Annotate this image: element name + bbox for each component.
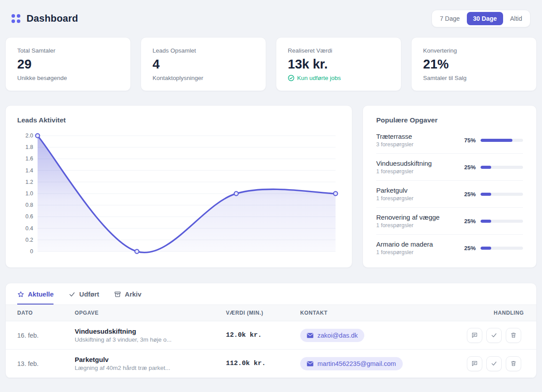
task-requests: 1 forespørgsler <box>376 249 433 255</box>
stat-card-leads-opsamlet: Leads Opsamlet 4 Kontaktoplysninger <box>141 37 266 91</box>
contact-email: zakoi@das.dk <box>317 332 358 339</box>
row-task-desc: Lægning af 40m2 hårdt træ parket... <box>75 365 222 371</box>
trash-icon <box>510 360 517 367</box>
comment-icon <box>471 360 478 367</box>
stat-card-realiseret-vaerdi: Realiseret Værdi 13k kr. Kun udførte job… <box>276 37 401 91</box>
popular-tasks-list: Træterrasse 3 forespørgsler 75% Vinduesu… <box>376 127 523 261</box>
list-item: Parketgulv 1 forespørgsler 25% <box>376 181 523 208</box>
row-actions <box>462 356 533 371</box>
complete-button[interactable] <box>486 328 502 343</box>
stat-value: 21% <box>423 57 525 72</box>
stat-label: Konvertering <box>423 47 525 54</box>
svg-text:1.4: 1.4 <box>26 167 33 174</box>
time-filter-30-dage[interactable]: 30 Dage <box>467 12 503 25</box>
row-actions <box>462 328 533 343</box>
row-task-desc: Udskiftning af 3 vinduer, 3m høje o... <box>75 336 222 343</box>
svg-text:1.8: 1.8 <box>26 144 33 150</box>
topbar: Dashboard 7 Dage 30 Dage Altid <box>5 5 537 37</box>
chart-wrap: 2.01.81.61.41.21.00.80.60.40.20 <box>17 129 340 263</box>
time-range-switcher: 7 Dage 30 Dage Altid <box>431 10 531 27</box>
table-row: 16. feb. Vinduesudskiftning Udskiftning … <box>6 321 536 350</box>
contact-email-pill[interactable]: zakoi@das.dk <box>300 329 364 342</box>
tab-label: Aktuelle <box>28 290 53 298</box>
column-header-dato: DATO <box>6 305 75 321</box>
time-filter-altid[interactable]: Altid <box>504 12 528 25</box>
stat-sub: Kontaktoplysninger <box>153 75 254 81</box>
task-percent: 25% <box>464 191 476 198</box>
tab-aktuelle[interactable]: Aktuelle <box>17 290 53 304</box>
contact-email: martin4562235@gmail.com <box>317 360 396 367</box>
svg-text:0.8: 0.8 <box>26 202 33 208</box>
check-circle-icon <box>288 75 294 81</box>
app-logo-icon <box>11 14 20 23</box>
stat-card-total-samtaler: Total Samtaler 29 Unikke besøgende <box>5 37 131 91</box>
contact-email-pill[interactable]: martin4562235@gmail.com <box>300 357 403 370</box>
dashboard-page: Dashboard 7 Dage 30 Dage Altid Total Sam… <box>0 0 542 384</box>
envelope-icon <box>307 333 313 338</box>
task-percent: 25% <box>464 245 476 251</box>
comment-button[interactable] <box>467 356 482 371</box>
column-header-handling: HANDLING <box>462 305 536 321</box>
chart-title: Leads Aktivitet <box>17 116 340 124</box>
list-item: Renovering af vægge 1 forespørgsler 25% <box>376 208 523 235</box>
tab-arkiv[interactable]: Arkiv <box>114 290 141 304</box>
delete-button[interactable] <box>506 328 521 343</box>
stat-value: 13k kr. <box>288 57 389 72</box>
table-header-row: DATO OPGAVE VÆRDI (MIN.) KONTAKT HANDLIN… <box>6 305 536 321</box>
svg-text:1.0: 1.0 <box>26 190 33 197</box>
stat-label: Leads Opsamlet <box>153 47 254 54</box>
comment-icon <box>471 332 478 339</box>
svg-text:1.2: 1.2 <box>26 179 33 185</box>
task-name: Træterrasse <box>376 133 413 140</box>
list-item: Armario de madera 1 forespørgsler 25% <box>376 235 523 261</box>
tab-udfort[interactable]: Udført <box>69 290 99 304</box>
list-item: Træterrasse 3 forespørgsler 75% <box>376 127 523 154</box>
stat-card-konvertering: Konvertering 21% Samtaler til Salg <box>411 37 537 91</box>
column-header-kontakt: KONTAKT <box>300 305 462 321</box>
leads-activity-chart: 2.01.81.61.41.21.00.80.60.40.20 <box>17 129 341 261</box>
progress-bar <box>481 193 523 196</box>
stats-row: Total Samtaler 29 Unikke besøgende Leads… <box>5 37 537 105</box>
tasks-tab-bar: Aktuelle Udført Arkiv <box>6 283 536 305</box>
row-date: 16. feb. <box>6 321 75 350</box>
progress-bar <box>481 139 523 142</box>
progress-bar <box>481 220 523 223</box>
stat-label: Realiseret Værdi <box>288 47 389 54</box>
envelope-icon <box>307 361 313 366</box>
tab-label: Udført <box>79 290 99 298</box>
time-filter-7-dage[interactable]: 7 Dage <box>434 12 466 25</box>
row-value: 12.0k kr. <box>226 321 300 350</box>
row-task-name: Vinduesudskiftning <box>75 327 222 335</box>
progress-bar <box>481 166 523 169</box>
list-item: Vinduesudskiftning 1 forespørgsler 25% <box>376 154 523 181</box>
row-task-name: Parketgulv <box>75 356 222 363</box>
stat-value: 29 <box>17 57 119 72</box>
task-percent: 75% <box>464 137 476 144</box>
column-header-vaerdi: VÆRDI (MIN.) <box>226 305 300 321</box>
column-header-opgave: OPGAVE <box>75 305 226 321</box>
task-name: Parketgulv <box>376 186 413 194</box>
check-icon <box>491 360 497 367</box>
brand: Dashboard <box>11 13 78 24</box>
svg-text:0.4: 0.4 <box>26 225 33 232</box>
task-requests: 3 forespørgsler <box>376 141 413 148</box>
comment-button[interactable] <box>467 328 482 343</box>
svg-text:0.6: 0.6 <box>26 213 33 220</box>
tasks-table: DATO OPGAVE VÆRDI (MIN.) KONTAKT HANDLIN… <box>6 305 536 378</box>
svg-text:2.0: 2.0 <box>26 133 33 139</box>
stat-sub: Kun udførte jobs <box>288 75 389 81</box>
task-requests: 1 forespørgsler <box>376 222 439 228</box>
main-row: Leads Aktivitet 2.01.81.61.41.21.00.80.6… <box>5 105 537 283</box>
leads-activity-card: Leads Aktivitet 2.01.81.61.41.21.00.80.6… <box>5 105 352 268</box>
complete-button[interactable] <box>486 356 502 371</box>
task-percent: 25% <box>464 164 476 171</box>
task-name: Armario de madera <box>376 240 433 248</box>
tab-label: Arkiv <box>125 290 141 298</box>
task-requests: 1 forespørgsler <box>376 195 413 202</box>
delete-button[interactable] <box>506 356 521 371</box>
star-icon <box>17 291 24 298</box>
svg-text:1.6: 1.6 <box>26 156 33 162</box>
check-icon <box>491 332 497 339</box>
progress-bar <box>481 247 523 250</box>
stat-sub: Samtaler til Salg <box>423 75 525 81</box>
